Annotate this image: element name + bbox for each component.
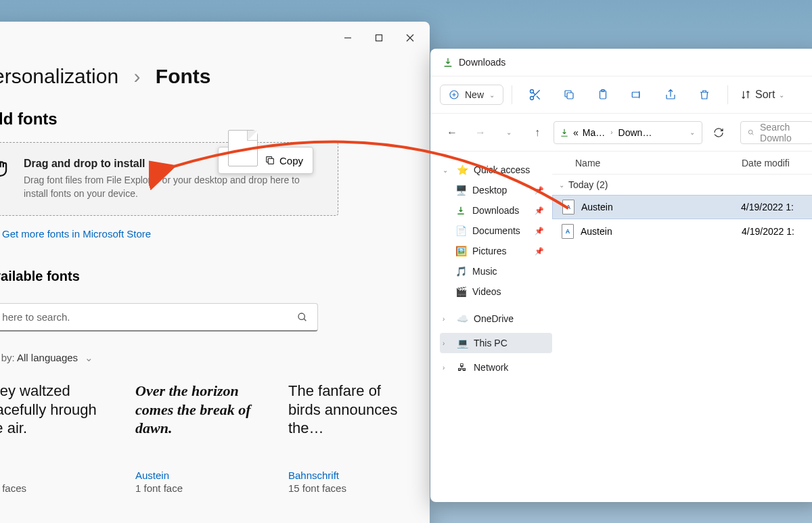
- chevron-down-icon: ⌄: [779, 91, 784, 99]
- nav-music[interactable]: 🎵Music: [440, 261, 552, 281]
- rename-button[interactable]: [622, 81, 652, 108]
- recent-button[interactable]: ⌄: [497, 120, 521, 145]
- cut-button[interactable]: [520, 81, 550, 108]
- search-icon: [748, 128, 754, 137]
- paste-button[interactable]: [588, 81, 618, 108]
- svg-rect-10: [567, 93, 573, 99]
- svg-line-6: [304, 319, 306, 321]
- font-sample: Over the horizon comes the break of dawn…: [135, 382, 264, 456]
- dropzone-description: Drag font files from File Explorer or yo…: [24, 174, 321, 200]
- music-icon: 🎵: [455, 265, 467, 277]
- breadcrumb-parent[interactable]: ersonalization: [0, 65, 118, 87]
- maximize-button[interactable]: [363, 27, 394, 49]
- svg-rect-13: [632, 92, 639, 97]
- font-search-input[interactable]: ype here to search.: [0, 303, 318, 332]
- explorer-title-bar: Downloads: [430, 49, 812, 76]
- nav-network[interactable]: ›🖧Network: [440, 357, 552, 378]
- forward-button[interactable]: →: [468, 120, 493, 145]
- font-file-icon: A: [562, 200, 574, 214]
- font-name: rial: [0, 470, 111, 481]
- copy-button[interactable]: [554, 81, 584, 108]
- group-today[interactable]: ⌄Today (2): [552, 175, 812, 195]
- store-link[interactable]: Get more fonts in Microsoft Store: [0, 228, 430, 240]
- file-list-area: Name Date modifi ⌄Today (2) A Austein 4/…: [552, 152, 812, 502]
- breadcrumb-separator: ›: [133, 65, 140, 87]
- hand-cursor-icon: [0, 158, 13, 181]
- nav-pictures[interactable]: 🖼️Pictures📌: [440, 241, 552, 261]
- nav-documents[interactable]: 📄Documents📌: [440, 221, 552, 241]
- filter-label: ter by:: [0, 352, 15, 363]
- close-button[interactable]: [394, 27, 426, 49]
- chevron-down-icon[interactable]: ⌄: [690, 129, 695, 136]
- new-button[interactable]: New ⌄: [440, 85, 503, 105]
- share-icon: [664, 89, 677, 101]
- pin-icon: 📌: [535, 206, 544, 215]
- back-button[interactable]: ←: [440, 120, 464, 145]
- font-card[interactable]: Over the horizon comes the break of dawn…: [135, 382, 264, 494]
- font-faces-count: font faces: [0, 482, 111, 494]
- nav-tree[interactable]: ⌄⭐Quick access 🖥️Desktop📌 Downloads📌 📄Do…: [430, 152, 552, 502]
- nav-onedrive[interactable]: ›☁️OneDrive: [440, 309, 552, 329]
- font-faces-count: 15 font faces: [288, 482, 417, 494]
- copy-icon: [265, 155, 275, 166]
- pin-icon: 📌: [535, 247, 544, 256]
- font-file-icon: A: [562, 224, 574, 239]
- star-icon: ⭐: [456, 164, 468, 176]
- clipboard-icon: [597, 89, 609, 101]
- explorer-title-text: Downloads: [459, 57, 505, 68]
- pc-icon: 💻: [456, 337, 468, 349]
- file-name: Austein: [581, 202, 734, 212]
- pictures-icon: 🖼️: [455, 245, 467, 257]
- available-fonts-heading: vailable fonts: [0, 240, 430, 292]
- explorer-window: Downloads New ⌄ Sort ⌄ ← → ⌄ ↑ « Ma…› Do…: [430, 49, 812, 502]
- file-date: 4/19/2022 1:: [741, 202, 812, 212]
- add-fonts-heading: dd fonts: [0, 91, 430, 137]
- nav-videos[interactable]: 🎬Videos: [440, 281, 552, 302]
- sort-button[interactable]: Sort ⌄: [736, 81, 788, 108]
- explorer-search-input[interactable]: Search Downlo: [740, 121, 812, 144]
- nav-desktop[interactable]: 🖥️Desktop📌: [440, 180, 552, 200]
- font-card[interactable]: The fanfare of birds announces the… Bahn…: [288, 382, 417, 494]
- share-button[interactable]: [656, 81, 685, 108]
- file-row[interactable]: A Austein 4/19/2022 1:: [552, 219, 812, 244]
- video-icon: 🎬: [455, 286, 467, 298]
- font-dropzone[interactable]: Drag and drop to install Drag font files…: [0, 142, 338, 216]
- svg-rect-1: [376, 35, 382, 41]
- file-row[interactable]: A Austein 4/19/2022 1:: [552, 195, 812, 219]
- font-grid: They waltzed gracefully hrough the air. …: [0, 371, 430, 494]
- explorer-navbar: ← → ⌄ ↑ « Ma…› Down… ⌄ Search Downlo: [430, 114, 812, 152]
- column-date[interactable]: Date modifi: [742, 158, 812, 168]
- trash-icon: [698, 89, 710, 101]
- plus-circle-icon: [449, 89, 459, 100]
- settings-titlebar: [0, 22, 430, 54]
- svg-point-5: [298, 313, 304, 319]
- drag-copy-tooltip: Copy: [218, 147, 313, 174]
- rename-icon: [631, 89, 643, 101]
- font-sample: The fanfare of birds announces the…: [288, 382, 417, 456]
- refresh-button[interactable]: [706, 120, 731, 145]
- column-name[interactable]: Name: [552, 158, 742, 168]
- column-headers[interactable]: Name Date modifi: [552, 152, 812, 175]
- cloud-icon: ☁️: [456, 313, 468, 325]
- font-faces-count: 1 font face: [135, 482, 264, 494]
- nav-downloads[interactable]: Downloads📌: [440, 200, 552, 221]
- address-bar[interactable]: « Ma…› Down… ⌄: [554, 121, 702, 144]
- up-button[interactable]: ↑: [525, 120, 549, 145]
- delete-button[interactable]: [690, 81, 719, 108]
- scissors-icon: [528, 88, 542, 101]
- search-icon: [297, 312, 308, 323]
- minimize-button[interactable]: [332, 27, 363, 49]
- sort-icon: [740, 89, 751, 100]
- search-placeholder-text: ype here to search.: [0, 311, 70, 323]
- nav-this-pc[interactable]: ›💻This PC: [440, 333, 552, 353]
- font-name: Austein: [135, 470, 264, 481]
- font-sample: They waltzed gracefully hrough the air.: [0, 382, 111, 456]
- pin-icon: 📌: [535, 227, 544, 235]
- font-card[interactable]: They waltzed gracefully hrough the air. …: [0, 382, 111, 494]
- network-icon: 🖧: [456, 361, 468, 373]
- nav-quick-access[interactable]: ⌄⭐Quick access: [440, 160, 552, 180]
- refresh-icon: [713, 127, 724, 138]
- file-date: 4/19/2022 1:: [742, 226, 812, 237]
- document-icon: 📄: [455, 225, 467, 237]
- filter-row[interactable]: ter by: All languages ⌄: [0, 332, 430, 371]
